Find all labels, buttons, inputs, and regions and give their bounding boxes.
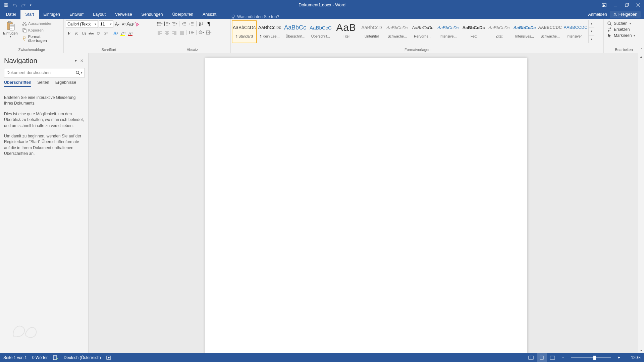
style-item[interactable]: AaBbCcDUntertitel bbox=[359, 20, 384, 43]
shading-button[interactable]: ▾ bbox=[198, 29, 205, 36]
zoom-thumb[interactable] bbox=[593, 356, 596, 360]
nav-tab-pages[interactable]: Seiten bbox=[37, 80, 49, 87]
bullets-button[interactable]: ▾ bbox=[156, 20, 163, 27]
change-case-button[interactable]: Aa▾ bbox=[127, 21, 133, 27]
style-item[interactable]: AABBCCDCIntensiver... bbox=[563, 20, 588, 43]
text-effects-button[interactable]: A▾ bbox=[112, 30, 119, 37]
find-button[interactable]: Suchen ▾ bbox=[606, 20, 642, 26]
underline-button[interactable]: U▾ bbox=[80, 30, 87, 37]
tab-ansicht[interactable]: Ansicht bbox=[198, 10, 221, 19]
multilevel-list-button[interactable]: ▾ bbox=[171, 20, 178, 27]
style-item[interactable]: AABBCCDCSchwache... bbox=[538, 20, 562, 43]
style-item[interactable]: AaBbCcDc¶ Standard bbox=[232, 20, 257, 43]
nav-tab-headings[interactable]: Überschriften bbox=[4, 80, 31, 87]
paste-button[interactable]: Einfügen ▾ bbox=[2, 20, 19, 38]
scroll-track[interactable] bbox=[638, 59, 644, 347]
zoom-slider[interactable] bbox=[571, 357, 611, 358]
nav-tab-results[interactable]: Ergebnisse bbox=[55, 80, 76, 87]
tab-verweise[interactable]: Verweise bbox=[110, 10, 137, 19]
replace-button[interactable]: Ersetzen bbox=[606, 26, 642, 33]
save-icon[interactable] bbox=[2, 1, 10, 9]
status-word-count[interactable]: 0 Wörter bbox=[32, 355, 48, 360]
status-spellcheck-icon[interactable] bbox=[53, 355, 58, 360]
style-item[interactable]: AaBbCcDcZitat bbox=[487, 20, 512, 43]
tab-entwurf[interactable]: Entwurf bbox=[65, 10, 88, 19]
navigation-search[interactable]: ▾ bbox=[4, 68, 85, 77]
tab-sendungen[interactable]: Sendungen bbox=[137, 10, 168, 19]
share-icon bbox=[613, 12, 617, 16]
search-icon[interactable] bbox=[75, 70, 80, 75]
zoom-level[interactable]: 120% bbox=[625, 355, 641, 360]
tab-file[interactable]: Datei bbox=[1, 10, 20, 19]
tell-me-search[interactable]: Was möchten Sie tun? bbox=[231, 14, 279, 19]
show-marks-button[interactable]: ¶ bbox=[205, 20, 212, 27]
numbering-button[interactable]: 123▾ bbox=[164, 20, 170, 27]
style-item[interactable]: AaBbCcÜberschrif... bbox=[283, 20, 308, 43]
maximize-icon[interactable] bbox=[621, 0, 633, 10]
highlight-color-button[interactable]: ▾ bbox=[120, 30, 126, 37]
strikethrough-button[interactable]: abc bbox=[88, 30, 95, 37]
font-color-button[interactable]: A▾ bbox=[127, 30, 134, 37]
style-item[interactable]: AaBbCcDcIntensives... bbox=[512, 20, 537, 43]
minimize-icon[interactable] bbox=[610, 0, 621, 10]
undo-icon[interactable] bbox=[11, 1, 19, 9]
tab-einfuegen[interactable]: Einfügen bbox=[39, 10, 65, 19]
tab-start[interactable]: Start bbox=[20, 10, 39, 19]
subscript-button[interactable]: x2 bbox=[95, 30, 102, 37]
style-item[interactable]: AaBTitel bbox=[334, 20, 359, 43]
navigation-close-icon[interactable]: ✕ bbox=[79, 58, 85, 64]
align-justify-button[interactable] bbox=[178, 29, 185, 36]
italic-button[interactable]: K bbox=[73, 30, 80, 37]
scroll-down-icon[interactable]: ▾ bbox=[638, 347, 644, 353]
clear-formatting-button[interactable] bbox=[134, 21, 140, 27]
sort-button[interactable]: AZ bbox=[198, 20, 205, 27]
style-item[interactable]: AaBbCcDcHervorhe... bbox=[410, 20, 435, 43]
borders-button[interactable]: ▾ bbox=[205, 29, 212, 36]
share-button[interactable]: Freigeben bbox=[610, 11, 641, 18]
shrink-font-button[interactable]: A▾ bbox=[121, 21, 127, 27]
tab-ueberpruefen[interactable]: Überprüfen bbox=[168, 10, 198, 19]
font-size-combo[interactable]: 11▾ bbox=[99, 20, 113, 28]
close-icon[interactable] bbox=[633, 0, 644, 10]
bold-button[interactable]: F bbox=[66, 30, 72, 37]
decrease-indent-button[interactable] bbox=[181, 20, 187, 27]
status-page[interactable]: Seite 1 von 1 bbox=[3, 355, 27, 360]
view-print-layout-icon[interactable] bbox=[537, 353, 547, 362]
customize-qat-icon[interactable]: ▾ bbox=[28, 1, 33, 9]
tab-layout[interactable]: Layout bbox=[88, 10, 110, 19]
grow-font-button[interactable]: A▴ bbox=[114, 21, 120, 27]
align-left-button[interactable] bbox=[156, 29, 163, 36]
scroll-up-icon[interactable]: ▴ bbox=[638, 53, 644, 59]
align-center-button[interactable] bbox=[164, 29, 170, 36]
ribbon-display-options-icon[interactable] bbox=[598, 0, 610, 10]
copy-button[interactable]: Kopieren bbox=[21, 27, 61, 33]
status-macro-icon[interactable] bbox=[106, 355, 111, 360]
format-painter-button[interactable]: Format übertragen bbox=[21, 34, 61, 43]
style-item[interactable]: AaBbCcCÜberschrif... bbox=[308, 20, 333, 43]
search-options-icon[interactable]: ▾ bbox=[81, 71, 83, 74]
increase-indent-button[interactable] bbox=[188, 20, 195, 27]
styles-more-button[interactable]: ▴▾▾ bbox=[588, 20, 594, 43]
style-item[interactable]: AaBbCcDcSchwache... bbox=[385, 20, 410, 43]
line-spacing-button[interactable]: ▾ bbox=[188, 29, 195, 36]
redo-icon[interactable] bbox=[19, 1, 28, 9]
signin-link[interactable]: Anmelden bbox=[588, 12, 607, 17]
vertical-scrollbar[interactable]: ▴ ▾ bbox=[638, 53, 644, 353]
select-button[interactable]: Markieren ▾ bbox=[606, 33, 642, 39]
align-right-button[interactable] bbox=[171, 29, 178, 36]
zoom-out-button[interactable]: − bbox=[558, 353, 568, 362]
font-name-combo[interactable]: Calibri (Textk▾ bbox=[66, 20, 98, 28]
zoom-in-button[interactable]: + bbox=[614, 353, 624, 362]
navigation-options-icon[interactable]: ▾ bbox=[73, 58, 79, 64]
collapse-ribbon-icon[interactable]: ˄ bbox=[641, 48, 643, 52]
cut-button[interactable]: Ausschneiden bbox=[21, 20, 61, 26]
view-read-mode-icon[interactable] bbox=[526, 353, 536, 362]
style-item[interactable]: AaBbCcDcFett bbox=[461, 20, 486, 43]
style-item[interactable]: AaBbCcDcIntensive... bbox=[436, 20, 461, 43]
status-language[interactable]: Deutsch (Österreich) bbox=[64, 355, 101, 360]
superscript-button[interactable]: x2 bbox=[103, 30, 109, 37]
view-web-layout-icon[interactable] bbox=[547, 353, 557, 362]
style-item[interactable]: AaBbCcDc¶ Kein Lee... bbox=[257, 20, 282, 43]
document-page[interactable] bbox=[205, 58, 527, 353]
navigation-search-input[interactable] bbox=[6, 70, 75, 75]
